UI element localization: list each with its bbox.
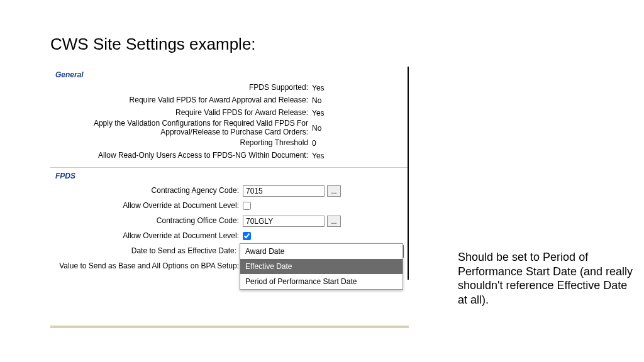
value: Yes: [311, 109, 325, 118]
label: Value to Send as Base and All Options on…: [54, 262, 242, 271]
label: Reporting Threshold: [54, 139, 311, 148]
dropdown-option-effective-date[interactable]: Effective Date: [240, 259, 402, 274]
contracting-agency-code-input[interactable]: [243, 185, 325, 197]
allow-override-agency-checkbox[interactable]: [243, 202, 251, 210]
row-allow-override-office: Allow Override at Document Level:: [54, 229, 404, 243]
agency-code-lookup-button[interactable]: ...: [327, 185, 341, 197]
section-title-fpds: FPDS: [54, 170, 404, 183]
value: No: [311, 96, 321, 105]
row-fpds-supported: FPDS Supported: Yes: [54, 82, 404, 94]
section-general: General FPDS Supported: Yes Require Vali…: [50, 67, 408, 168]
row-require-valid-award-approval-release: Require Valid FPDS for Award Approval an…: [54, 94, 404, 107]
label: Require Valid FPDS for Award Approval an…: [54, 96, 311, 105]
row-allow-override-agency: Allow Override at Document Level:: [54, 199, 404, 213]
footer-bar: [50, 326, 409, 328]
label: Contracting Agency Code:: [54, 187, 242, 195]
row-apply-validation-config: Apply the Validation Configurations for …: [54, 119, 404, 137]
dropdown-option-award-date[interactable]: Award Date: [240, 244, 402, 259]
row-contracting-office-code: Contracting Office Code: ...: [54, 214, 404, 228]
office-code-lookup-button[interactable]: ...: [327, 216, 341, 227]
allow-override-office-checkbox[interactable]: [243, 232, 251, 240]
label: FPDS Supported:: [54, 84, 311, 92]
contracting-office-code-input[interactable]: [243, 216, 325, 227]
value: Yes: [311, 151, 325, 160]
page-title: CWS Site Settings example:: [0, 0, 644, 54]
value: 0: [311, 139, 316, 148]
label: Apply the Validation Configurations for …: [54, 119, 311, 137]
label: Allow Read-Only Users Access to FPDS-NG …: [54, 151, 311, 160]
row-reporting-threshold: Reporting Threshold 0: [54, 137, 404, 150]
value: Yes: [311, 84, 325, 92]
settings-panel: General FPDS Supported: Yes Require Vali…: [50, 67, 409, 280]
section-fpds: FPDS Contracting Agency Code: ... Allow …: [50, 168, 408, 280]
row-allow-readonly-users: Allow Read-Only Users Access to FPDS-NG …: [54, 150, 404, 162]
annotation-text: Should be set to Period of Performance S…: [458, 250, 634, 307]
label: Allow Override at Document Level:: [54, 202, 242, 211]
row-contracting-agency-code: Contracting Agency Code: ...: [54, 184, 404, 198]
section-title-general: General: [54, 69, 404, 82]
date-to-send-dropdown[interactable]: Award Date Effective Date Period of Perf…: [240, 243, 403, 290]
label: Allow Override at Document Level:: [54, 232, 242, 241]
label: Require Valid FPDS for Award Release:: [54, 109, 311, 118]
value: No: [311, 124, 321, 133]
label: Contracting Office Code:: [54, 217, 242, 226]
label: Date to Send as Effective Date:: [54, 247, 239, 256]
dropdown-option-pop-start-date[interactable]: Period of Performance Start Date: [240, 274, 402, 289]
row-require-valid-award-release: Require Valid FPDS for Award Release: Ye…: [54, 107, 404, 119]
